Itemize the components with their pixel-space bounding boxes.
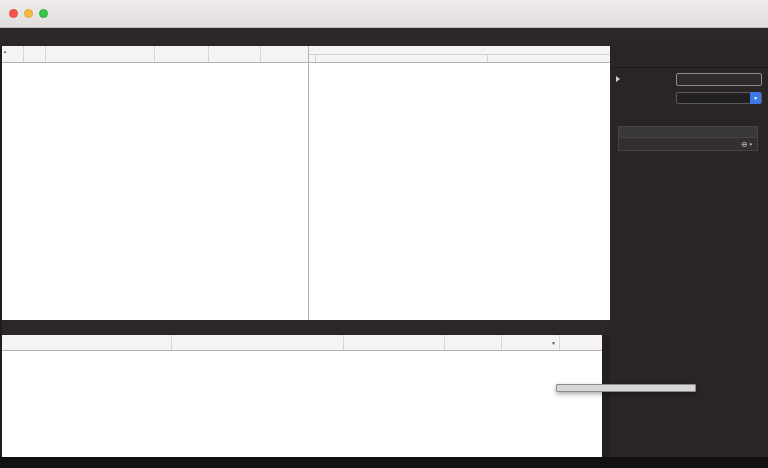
column-header-num[interactable]: ▲ bbox=[0, 46, 24, 62]
inspector-panel: ▼ ⊖▾ bbox=[610, 46, 768, 457]
view-breadcrumb[interactable] bbox=[0, 37, 22, 38]
window-edge bbox=[0, 46, 2, 457]
checklist-header[interactable] bbox=[619, 127, 757, 138]
column-header-attachment-title[interactable] bbox=[0, 335, 172, 350]
window-bottom-edge bbox=[0, 457, 768, 468]
disclosure-icon[interactable] bbox=[616, 76, 620, 82]
attachments-panel: ▼ bbox=[0, 320, 610, 457]
column-header-start[interactable] bbox=[209, 46, 261, 62]
traffic-lights bbox=[0, 9, 58, 18]
view-bar bbox=[0, 28, 768, 46]
task-table-header: ▲ bbox=[0, 46, 308, 63]
main-view: ▲ bbox=[0, 46, 610, 320]
type-filter-dropdown[interactable]: ▼ bbox=[551, 340, 556, 347]
timeline-month bbox=[488, 55, 610, 62]
gantt-chart bbox=[308, 46, 610, 320]
title-row bbox=[610, 76, 768, 82]
column-header-traits[interactable] bbox=[24, 46, 46, 62]
checklist-table: ⊖▾ bbox=[618, 126, 758, 151]
item-action-menu[interactable]: ⊖▾ bbox=[741, 140, 752, 149]
column-header-work[interactable] bbox=[155, 46, 209, 62]
attachments-breadcrumb-bar bbox=[0, 320, 610, 335]
close-button[interactable] bbox=[9, 9, 18, 18]
column-header-cost[interactable] bbox=[445, 335, 502, 350]
date-dropdown-button[interactable]: ▼ bbox=[750, 92, 761, 104]
attachments-breadcrumb[interactable] bbox=[0, 327, 27, 328]
app-window: ▲ bbox=[0, 0, 768, 468]
sort-asc-icon: ▲ bbox=[3, 49, 7, 54]
title-field[interactable] bbox=[676, 73, 762, 86]
minimize-button[interactable] bbox=[24, 9, 33, 18]
gantt-rows bbox=[309, 63, 610, 320]
checklist-footer: ⊖▾ bbox=[619, 138, 757, 150]
column-header-attached-to[interactable] bbox=[172, 335, 344, 350]
timeline-months bbox=[309, 55, 610, 62]
tooltip bbox=[556, 384, 696, 392]
task-table: ▲ bbox=[0, 46, 308, 320]
attachments-table-header: ▼ bbox=[0, 335, 602, 351]
task-rows bbox=[0, 63, 308, 320]
column-header-title[interactable] bbox=[46, 46, 155, 62]
zoom-button[interactable] bbox=[39, 9, 48, 18]
timeline-month bbox=[316, 55, 488, 62]
column-header-empty bbox=[560, 335, 602, 350]
timeline-quarter bbox=[309, 46, 610, 55]
column-header-resources[interactable] bbox=[261, 46, 308, 62]
gantt-timeline-header bbox=[309, 46, 610, 63]
attachments-table: ▼ bbox=[0, 335, 602, 457]
inspector-tabs bbox=[610, 46, 768, 68]
column-header-state[interactable] bbox=[344, 335, 445, 350]
titlebar bbox=[0, 0, 768, 28]
column-header-type[interactable]: ▼ bbox=[502, 335, 560, 350]
timeline-month bbox=[309, 55, 316, 62]
created-date-field[interactable]: ▼ bbox=[676, 92, 762, 104]
